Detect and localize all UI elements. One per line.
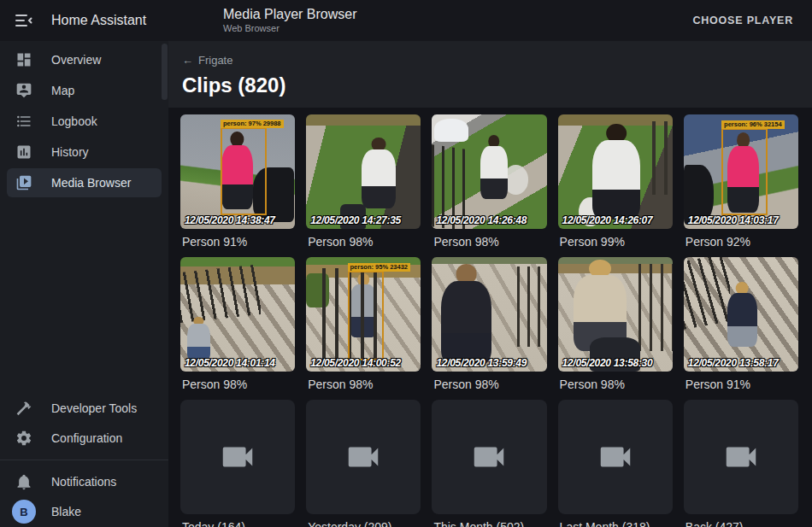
clip-caption: Person 98% (182, 378, 295, 391)
sidebar-item-label: Developer Tools (51, 401, 137, 415)
sidebar-item-label: History (51, 145, 89, 159)
clip-caption: Person 98% (433, 378, 546, 391)
folder-label: Today (164) (182, 520, 295, 527)
list-icon (15, 113, 32, 130)
sidebar-item-map[interactable]: Map (7, 76, 162, 105)
detection-label: person: 95% 23432 (348, 263, 411, 272)
page-title: Media Player Browser (223, 7, 357, 22)
detection-label: person: 96% 32154 (721, 120, 785, 129)
clip-card[interactable]: 12/05/2020 14:26:07 Person 99% (558, 114, 673, 250)
clip-timestamp: 12/05/2020 14:26:07 (562, 214, 653, 226)
folder-tile (306, 400, 421, 514)
main-content: ← Frigate Clips (820) person: 97% 29988 … (168, 0, 812, 527)
detection-label: person: 97% 29988 (221, 120, 284, 128)
clip-timestamp: 12/05/2020 13:58:30 (562, 357, 653, 369)
app-title: Home Assistant (51, 13, 146, 28)
sidebar-item-configuration[interactable]: Configuration (7, 424, 162, 453)
sidebar-item-label: Configuration (51, 431, 122, 445)
app-header: Home Assistant Media Player Browser Web … (0, 0, 812, 41)
clip-caption: Person 92% (685, 235, 798, 249)
clip-thumbnail: 12/05/2020 14:26:07 (558, 114, 673, 229)
page-heading: Clips (820) (182, 73, 798, 97)
clip-card[interactable]: person: 96% 32154 12/05/2020 14:03:17 Pe… (684, 114, 798, 250)
clip-thumbnail: 12/05/2020 14:26:48 (432, 114, 546, 229)
sidebar-scrollbar[interactable] (162, 44, 168, 100)
detection-box: person: 97% 29988 (221, 127, 267, 215)
media-browser-header: ← Frigate Clips (820) (168, 41, 812, 108)
folder-label: Yesterday (209) (308, 520, 421, 527)
clip-caption: Person 91% (182, 235, 295, 249)
folder-label: Last Month (318) (560, 520, 673, 527)
clip-timestamp: 12/05/2020 13:59:49 (436, 357, 527, 369)
clip-caption: Person 98% (308, 378, 421, 391)
bell-icon (15, 473, 32, 490)
folder-tile (432, 400, 546, 514)
breadcrumb-label: Frigate (198, 54, 232, 67)
sidebar-item-label: Notifications (51, 475, 116, 489)
folder-tile (558, 400, 673, 514)
clip-timestamp: 12/05/2020 14:38:47 (185, 214, 275, 226)
sidebar-item-developer-tools[interactable]: Developer Tools (7, 394, 162, 423)
page-subtitle: Web Browser (223, 23, 357, 34)
clip-card[interactable]: person: 95% 23432 12/05/2020 14:00:52 Pe… (306, 257, 421, 393)
chart-box-icon (15, 143, 32, 161)
clips-area: person: 97% 29988 12/05/2020 14:38:47 Pe… (168, 108, 812, 527)
clip-card[interactable]: 12/05/2020 14:26:48 Person 98% (432, 114, 546, 250)
sidebar-item-logbook[interactable]: Logbook (7, 107, 162, 136)
clip-caption: Person 91% (685, 378, 798, 391)
folder-card-this-month[interactable]: This Month (502) (432, 400, 546, 527)
clip-caption: Person 98% (308, 235, 421, 249)
video-camera-icon (469, 437, 509, 477)
folder-card-back[interactable]: Back (427) (684, 400, 798, 527)
hammer-icon (15, 400, 32, 417)
clip-card[interactable]: 12/05/2020 13:58:17 Person 91% (684, 257, 798, 393)
folder-tile (180, 400, 295, 514)
folder-card-today[interactable]: Today (164) (180, 400, 295, 527)
detection-box: person: 95% 23432 (348, 271, 385, 360)
sidebar-item-label: Map (51, 84, 74, 97)
clip-card[interactable]: 12/05/2020 14:27:35 Person 98% (306, 114, 421, 250)
sidebar-item-media-browser[interactable]: Media Browser (7, 168, 162, 197)
page-title-block: Media Player Browser Web Browser (223, 7, 357, 33)
sidebar-header: Home Assistant (0, 10, 168, 31)
folder-tile (684, 400, 798, 514)
folder-card-last-month[interactable]: Last Month (318) (558, 400, 673, 527)
sidebar-toggle-icon[interactable] (14, 10, 34, 31)
clip-thumbnail: person: 95% 23432 12/05/2020 14:00:52 (306, 257, 421, 372)
clip-thumbnail: 12/05/2020 13:58:30 (558, 257, 673, 372)
sidebar-item-notifications[interactable]: Notifications (7, 467, 162, 496)
video-camera-icon (721, 437, 761, 477)
clip-caption: Person 99% (560, 235, 673, 249)
avatar: B (12, 500, 36, 524)
detection-box: person: 96% 32154 (721, 128, 768, 215)
clip-card[interactable]: 12/05/2020 13:59:49 Person 98% (432, 257, 546, 393)
clip-card[interactable]: 12/05/2020 13:58:30 Person 98% (558, 257, 673, 393)
video-camera-icon (344, 437, 383, 477)
sidebar-item-user-profile[interactable]: B Blake (7, 497, 162, 526)
folder-label: Back (427) (685, 520, 798, 527)
sidebar-item-history[interactable]: History (7, 138, 162, 167)
play-box-multiple-icon (15, 174, 32, 191)
clip-card[interactable]: person: 97% 29988 12/05/2020 14:38:47 Pe… (180, 114, 295, 250)
breadcrumb-back[interactable]: ← Frigate (182, 54, 232, 67)
choose-player-button[interactable]: CHOOSE PLAYER (685, 8, 800, 33)
sidebar-item-overview[interactable]: Overview (7, 45, 162, 74)
clip-timestamp: 12/05/2020 14:03:17 (688, 214, 779, 226)
clip-thumbnail: person: 97% 29988 12/05/2020 14:38:47 (180, 114, 295, 229)
clip-timestamp: 12/05/2020 14:27:35 (310, 214, 401, 226)
clip-timestamp: 12/05/2020 14:26:48 (436, 214, 527, 226)
folder-label: This Month (502) (433, 520, 546, 527)
folder-card-yesterday[interactable]: Yesterday (209) (306, 400, 421, 527)
clip-thumbnail: 12/05/2020 13:58:17 (684, 257, 798, 372)
clip-thumbnail: 12/05/2020 13:59:49 (432, 257, 546, 372)
sidebar-item-label: Logbook (51, 114, 97, 128)
sidebar: Overview Map Logbook History Media Brows… (0, 41, 168, 527)
clip-caption: Person 98% (433, 235, 546, 249)
clip-card[interactable]: 12/05/2020 14:01:14 Person 98% (180, 257, 295, 393)
clip-thumbnail: person: 96% 32154 12/05/2020 14:03:17 (684, 114, 798, 229)
clips-grid: person: 97% 29988 12/05/2020 14:38:47 Pe… (180, 114, 798, 527)
clip-timestamp: 12/05/2020 14:01:14 (185, 357, 275, 369)
clip-caption: Person 98% (560, 378, 673, 391)
map-account-icon (15, 82, 32, 99)
clip-timestamp: 12/05/2020 14:00:52 (310, 357, 401, 369)
